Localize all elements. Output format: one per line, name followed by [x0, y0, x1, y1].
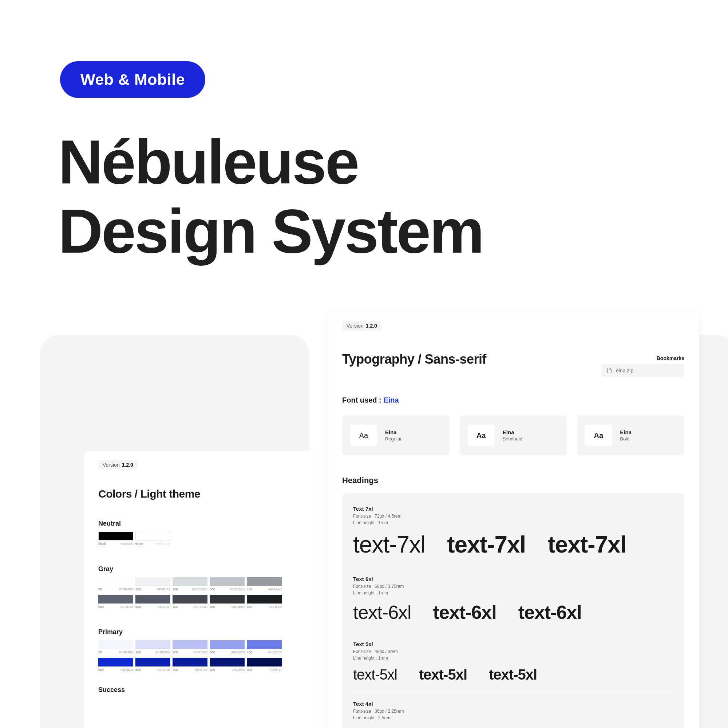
font-weight-cards: AaEinaRegularAaEinaSemiboldAaEinaBold	[342, 415, 684, 455]
swatch-label: 900#121F23	[247, 605, 282, 609]
color-swatch	[247, 595, 282, 604]
font-sample: Aa	[468, 425, 495, 446]
bookmarks-label: Bookmarks	[657, 355, 684, 361]
version-number: 1.2.0	[366, 323, 377, 329]
swatch-label: 300#C3C3CA	[210, 587, 245, 591]
primary-swatch-labels-1: 50#FDF4FD100#DBDFFA200#B8C0F5300#95A0F04…	[98, 650, 302, 654]
font-used-name[interactable]: Eina	[383, 396, 399, 404]
color-swatch	[210, 577, 245, 586]
sample-semibold: text-5xl	[419, 667, 467, 683]
color-swatch	[98, 658, 133, 667]
swatch-label: 900#040F47	[247, 668, 282, 671]
font-meta: EinaSemibold	[503, 429, 522, 442]
font-meta: EinaBold	[620, 429, 632, 442]
font-used-prefix: Font used :	[342, 396, 383, 404]
swatch-label: 800#061566	[210, 668, 245, 671]
type-size-row: Text 6xlFont-size : 60px / 3.75remLine h…	[353, 567, 673, 623]
swatch-label: 400#4C66C0	[247, 650, 282, 654]
type-meta: Font-size : 72px / 4.5remLine height : 1…	[353, 513, 673, 526]
swatch-label: 300#95A0F0	[210, 650, 245, 654]
swatch-label: 700#4F525C	[173, 605, 208, 609]
file-icon	[606, 368, 612, 373]
swatch-label: 600#0A1FAB	[135, 668, 170, 671]
swatch-label: 100#F0F0F2	[135, 587, 170, 591]
color-swatch	[98, 577, 133, 586]
sample-bold: text-4xl	[474, 726, 515, 728]
swatch-label: 800#3F4B80	[210, 605, 245, 609]
swatch-label: black#000000	[98, 542, 133, 546]
font-download-chip[interactable]: eina.zip	[601, 364, 684, 377]
sample-bold: text-7xl	[548, 531, 626, 558]
primary-swatches-2	[98, 658, 302, 667]
colors-card: Version1.2.0 Colors / Light theme Neutra…	[84, 451, 317, 728]
swatch-label: 50#FDF4FD	[98, 587, 133, 591]
gray-swatches-1	[98, 577, 302, 586]
sample-regular: text-4xl	[353, 726, 390, 728]
color-swatch	[98, 640, 133, 649]
type-samples: text-4xltext-4xltext-4xl	[353, 726, 673, 728]
color-swatch	[247, 640, 282, 649]
font-weight: Regular	[385, 436, 402, 442]
type-label: Text 7xl	[353, 506, 673, 512]
neutral-swatch-labels: black#000000white#FFFFFF	[98, 542, 302, 546]
gray-swatch-labels-1: 50#FDF4FD100#F0F0F2200#DADBDE300#C3C3CA4…	[98, 587, 302, 591]
font-weight-card: AaEinaBold	[577, 415, 684, 455]
color-swatch	[135, 577, 170, 586]
version-chip: Version1.2.0	[342, 321, 381, 330]
color-swatch	[98, 595, 133, 604]
type-size-row: Text 7xlFont-size : 72px / 4.5remLine he…	[353, 497, 673, 558]
color-swatch	[210, 595, 245, 604]
font-weight: Semibold	[503, 436, 522, 442]
font-name: Eina	[503, 429, 522, 435]
swatch-label: 200#DADBDE	[173, 587, 208, 591]
headings-specimen: Text 7xlFont-size : 72px / 4.5remLine he…	[342, 493, 684, 728]
sample-regular: text-7xl	[353, 531, 425, 558]
swatch-label: 400#969AA3	[247, 587, 282, 591]
color-swatch	[210, 658, 245, 667]
font-sample: Aa	[350, 425, 377, 446]
neutral-label: Neutral	[98, 520, 302, 528]
type-size-row: Text 4xlFont-size : 36px / 2.25remLine h…	[353, 691, 673, 728]
swatch-label: 700#081C86	[173, 668, 208, 671]
swatch-label: 500#0E28D3	[98, 668, 133, 671]
font-weight-card: AaEinaRegular	[342, 415, 450, 455]
type-size-row: Text 5xlFont-size : 48px / 3remLine heig…	[353, 632, 673, 683]
swatch-label: 500#4F6D78	[98, 605, 133, 609]
color-swatch	[135, 532, 170, 541]
gray-label: Gray	[98, 565, 302, 573]
swatch-label: 600#3F426F	[135, 605, 170, 609]
type-label: Text 6xl	[353, 576, 673, 582]
color-swatch	[210, 640, 245, 649]
font-name: Eina	[385, 429, 402, 435]
headings-section-label: Headings	[342, 476, 684, 485]
font-weight-card: AaEinaSemibold	[460, 415, 567, 455]
type-meta: Font-size : 36px / 2.25remLine height : …	[353, 708, 673, 721]
title-line-2: Design System	[58, 197, 483, 266]
font-used: Font used : Eina	[342, 396, 684, 404]
swatch-label: white#FFFFFF	[135, 542, 170, 546]
sample-semibold: text-4xl	[412, 726, 453, 728]
primary-swatches-1	[98, 640, 302, 649]
type-label: Text 4xl	[353, 701, 673, 707]
font-sample: Aa	[585, 425, 612, 446]
sample-semibold: text-6xl	[433, 601, 497, 623]
swatch-label: 200#B8C0F5	[173, 650, 208, 654]
file-name: eina.zip	[616, 368, 633, 373]
type-label: Text 5xl	[353, 641, 673, 647]
page-title: Nébuleuse Design System	[58, 127, 483, 266]
color-swatch	[173, 658, 208, 667]
platform-badge: Web & Mobile	[60, 61, 205, 98]
title-line-1: Nébuleuse	[58, 127, 358, 197]
type-meta: Font-size : 48px / 3remLine height : 1re…	[353, 648, 673, 661]
version-label: Version	[347, 323, 364, 329]
color-swatch	[247, 658, 282, 667]
sample-bold: text-5xl	[489, 667, 537, 683]
sample-regular: text-5xl	[353, 667, 397, 683]
color-swatch	[173, 640, 208, 649]
color-swatch	[135, 658, 170, 667]
primary-swatch-labels-2: 500#0E28D3600#0A1FAB700#081C86800#061566…	[98, 668, 302, 671]
type-samples: text-5xltext-5xltext-5xl	[353, 667, 673, 683]
color-swatch	[247, 577, 282, 586]
swatch-label: 100#DBDFFA	[135, 650, 170, 654]
primary-label: Primary	[98, 628, 302, 636]
